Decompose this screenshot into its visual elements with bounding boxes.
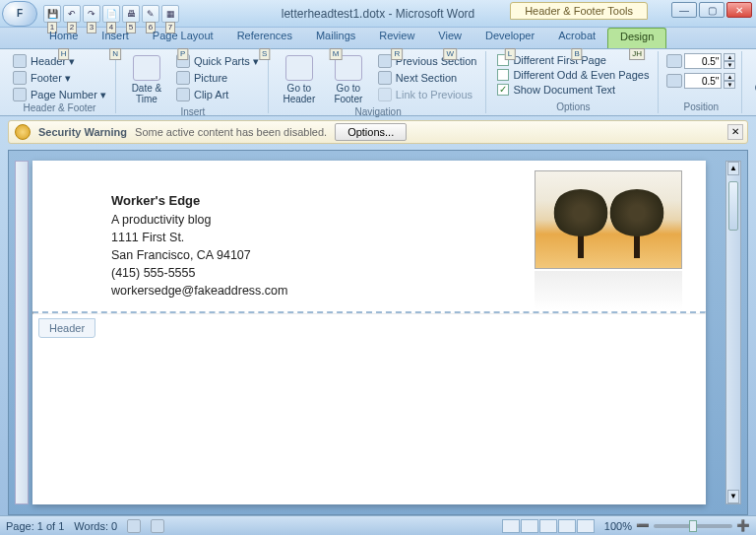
status-bar: Page: 1 of 1 Words: 0 100% ➖ ➕ (0, 515, 756, 535)
outline-view[interactable] (558, 519, 576, 533)
group-position: ▲▼ ▲▼ Position (661, 51, 742, 113)
tab-acrobat[interactable]: AcrobatB (546, 28, 607, 48)
image-reflection (535, 271, 682, 310)
minimize-button[interactable]: — (671, 2, 697, 18)
security-text: Some active content has been disabled. (135, 126, 327, 138)
clip-art-button[interactable]: Clip Art (173, 87, 262, 102)
group-header-footer: Header ▾ Footer ▾ Page Number ▾ Header &… (4, 51, 116, 113)
scroll-down-button[interactable]: ▼ (727, 490, 739, 503)
zoom-level[interactable]: 100% (604, 520, 632, 532)
header-from-top-field[interactable]: ▲▼ (666, 53, 735, 69)
qat-7[interactable]: ▦7 (161, 5, 179, 23)
qat-5[interactable]: 🖶5 (122, 5, 140, 23)
tab-view[interactable]: ViewW (426, 28, 473, 48)
link-icon (378, 88, 392, 101)
group-insert: Date & Time Quick Parts ▾ Picture Clip A… (118, 51, 269, 113)
qat-4[interactable]: 📄4 (102, 5, 120, 23)
header-tab-label: Header (38, 318, 95, 338)
tree-graphic (553, 189, 607, 258)
letterhead-image[interactable] (535, 170, 682, 269)
goto-footer-button[interactable]: Go to Footer (326, 53, 371, 106)
different-odd-even-checkbox[interactable]: Different Odd & Even Pages (494, 68, 652, 82)
maximize-button[interactable]: ▢ (699, 2, 724, 18)
prev-section-icon (378, 54, 392, 68)
tab-home[interactable]: HomeH (37, 28, 90, 48)
zoom-slider[interactable] (654, 524, 732, 528)
message-bar-close-button[interactable]: ✕ (727, 124, 743, 140)
contextual-tab-label: Header & Footer Tools (510, 2, 648, 20)
office-button[interactable]: F (2, 1, 37, 27)
next-section-icon (378, 71, 392, 85)
security-options-button[interactable]: Options... (335, 123, 407, 141)
tab-review[interactable]: ReviewR (367, 28, 426, 48)
next-section-button[interactable]: Next Section (375, 70, 480, 86)
document-area: Worker's Edge A productivity blog 1111 F… (8, 150, 748, 515)
tab-mailings[interactable]: MailingsM (304, 28, 367, 48)
title-bar: F 💾1 ↶2 ↷3 📄4 🖶5 ✎6 ▦7 letterheadtest1.d… (0, 0, 756, 28)
zoom-in-button[interactable]: ➕ (736, 519, 750, 532)
close-window-button[interactable]: ✕ (726, 2, 752, 18)
zoom-out-button[interactable]: ➖ (636, 519, 650, 532)
qat-save[interactable]: 💾1 (43, 5, 61, 23)
full-screen-view[interactable] (521, 519, 538, 533)
clip-art-icon (176, 88, 190, 101)
header-boundary (32, 311, 706, 314)
web-layout-view[interactable] (539, 519, 557, 533)
page-number-icon (13, 88, 27, 101)
show-document-text-checkbox[interactable]: Show Document Text (494, 83, 652, 97)
quick-access-toolbar: 💾1 ↶2 ↷3 📄4 🖶5 ✎6 ▦7 (43, 5, 179, 23)
draft-view[interactable] (577, 519, 595, 533)
spin-down[interactable]: ▼ (724, 81, 735, 89)
print-layout-view[interactable] (502, 519, 520, 533)
tab-design[interactable]: DesignJH (607, 28, 666, 48)
picture-button[interactable]: Picture (173, 70, 262, 86)
checkbox-icon (497, 69, 509, 81)
footer-bottom-input[interactable] (684, 73, 722, 89)
group-options: Different First Page Different Odd & Eve… (488, 51, 659, 113)
ribbon-tabs: HomeH InsertN Page LayoutP ReferencesS M… (0, 28, 756, 49)
spin-up[interactable]: ▲ (724, 73, 735, 81)
picture-icon (176, 71, 190, 85)
calendar-icon (133, 55, 160, 81)
tree-graphic (609, 189, 663, 258)
goto-header-icon (285, 55, 313, 81)
view-buttons (502, 519, 595, 533)
date-time-button[interactable]: Date & Time (124, 53, 169, 106)
tab-references[interactable]: ReferencesS (225, 28, 304, 48)
macro-icon[interactable] (151, 519, 164, 533)
qat-redo[interactable]: ↷3 (83, 5, 100, 23)
header-icon (13, 54, 27, 68)
shield-icon (15, 124, 31, 140)
qat-undo[interactable]: ↶2 (63, 5, 81, 23)
page-status[interactable]: Page: 1 of 1 (6, 520, 64, 532)
spin-up[interactable]: ▲ (724, 53, 735, 61)
security-title: Security Warning (38, 126, 127, 138)
margin-top-icon (666, 54, 682, 68)
footer-icon (13, 71, 27, 85)
qat-6[interactable]: ✎6 (142, 5, 159, 23)
tab-insert[interactable]: InsertN (90, 28, 141, 48)
tab-page-layout[interactable]: Page LayoutP (141, 28, 225, 48)
footer-menu[interactable]: Footer ▾ (10, 70, 109, 86)
close-header-footer-button[interactable]: Close Header and Footer (750, 53, 756, 106)
vertical-scrollbar[interactable]: ▲ ▼ (725, 161, 741, 504)
tab-developer[interactable]: DeveloperL (473, 28, 546, 48)
group-navigation: Go to Header Go to Footer Previous Secti… (271, 51, 487, 113)
window-title: letterheadtest1.dotx - Microsoft Word (282, 7, 475, 21)
document-page[interactable]: Worker's Edge A productivity blog 1111 F… (32, 161, 706, 504)
spin-down[interactable]: ▼ (724, 61, 735, 69)
proofing-icon[interactable] (127, 519, 141, 533)
header-top-input[interactable] (684, 53, 722, 69)
link-to-previous-button[interactable]: Link to Previous (375, 87, 480, 102)
scroll-thumb[interactable] (728, 181, 738, 231)
goto-header-button[interactable]: Go to Header (277, 53, 322, 106)
page-number-menu[interactable]: Page Number ▾ (10, 87, 109, 102)
security-message-bar: Security Warning Some active content has… (8, 120, 748, 144)
group-close: Close Header and Footer Close (744, 51, 756, 113)
vertical-ruler[interactable] (15, 161, 29, 504)
margin-bottom-icon (666, 74, 682, 88)
zoom-control: 100% ➖ ➕ (604, 519, 750, 532)
word-count[interactable]: Words: 0 (74, 520, 117, 532)
footer-from-bottom-field[interactable]: ▲▼ (666, 73, 735, 89)
scroll-up-button[interactable]: ▲ (727, 162, 739, 175)
